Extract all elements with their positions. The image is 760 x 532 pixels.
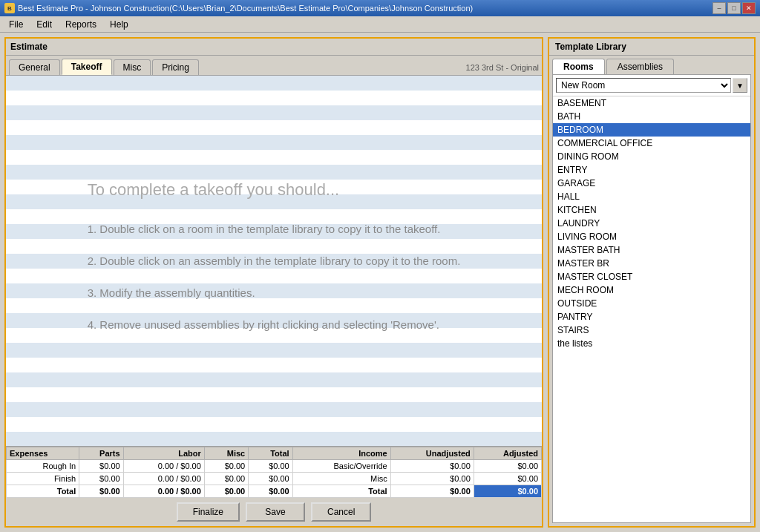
save-button[interactable]: Save (246, 502, 305, 522)
room-item[interactable]: STAIRS (553, 324, 750, 337)
finish-misc: $0.00 (204, 473, 248, 485)
new-room-select[interactable]: New Room (556, 78, 731, 93)
title-bar-left: B Best Estimate Pro - Johnson Constructi… (4, 3, 473, 13)
finish-label: Finish (7, 473, 79, 485)
row-finish: Finish $0.00 0.00 / $0.00 $0.00 $0.00 Mi… (7, 473, 542, 485)
title-bar: B Best Estimate Pro - Johnson Constructi… (0, 0, 760, 16)
close-button[interactable]: ✕ (742, 2, 756, 14)
rough-in-income-label: Basic/Override (292, 460, 390, 473)
total-label: Total (7, 485, 79, 498)
room-item[interactable]: BASEMENT (553, 96, 750, 110)
finish-parts: $0.00 (79, 473, 123, 485)
room-item[interactable]: GARAGE (553, 177, 750, 190)
rough-in-total: $0.00 (249, 460, 292, 473)
menu-help[interactable]: Help (104, 18, 134, 31)
room-item[interactable]: DINING ROOM (553, 150, 750, 163)
room-item[interactable]: HALL (553, 190, 750, 203)
address-label: 123 3rd St - Original (466, 63, 539, 75)
rough-in-unadjusted: $0.00 (390, 460, 474, 473)
new-room-bar: New Room ▼ (553, 75, 750, 96)
room-item[interactable]: COMMERCIAL OFFICE (553, 137, 750, 150)
title-bar-controls[interactable]: – □ ✕ (712, 2, 756, 14)
instruction-step-4: 4. Remove unused assemblies by right cli… (88, 315, 461, 335)
tab-rooms[interactable]: Rooms (552, 59, 605, 74)
summary-table: Expenses Parts Labor Misc Total Income U… (6, 447, 542, 498)
finish-total: $0.00 (249, 473, 292, 485)
tab-general[interactable]: General (9, 59, 60, 75)
col-unadjusted: Unadjusted (390, 447, 474, 460)
main-area: Estimate General Takeoff Misc Pricing 12… (0, 33, 760, 532)
col-income: Income (292, 447, 390, 460)
template-tabs: Rooms Assemblies (549, 56, 754, 74)
instructions-box: To complete a takeoff you should... 1. D… (73, 160, 476, 362)
room-item[interactable]: BATH (553, 110, 750, 123)
finalize-button[interactable]: Finalize (177, 502, 240, 522)
template-library-header: Template Library (549, 39, 754, 56)
room-item[interactable]: KITCHEN (553, 203, 750, 217)
instructions-title: To complete a takeoff you should... (88, 175, 461, 205)
col-expenses: Expenses (7, 447, 79, 460)
room-item[interactable]: BEDROOM (553, 123, 750, 137)
menu-bar: File Edit Reports Help (0, 16, 760, 33)
estimate-header: Estimate (6, 39, 542, 56)
col-adjusted: Adjusted (474, 447, 541, 460)
minimize-button[interactable]: – (712, 2, 726, 14)
tabs-bar: General Takeoff Misc Pricing 123 3rd St … (6, 56, 542, 76)
rough-in-parts: $0.00 (79, 460, 123, 473)
striped-area: To complete a takeoff you should... 1. D… (6, 76, 542, 446)
room-item[interactable]: PANTRY (553, 310, 750, 324)
room-item[interactable]: LAUNDRY (553, 217, 750, 230)
room-item[interactable]: LIVING ROOM (553, 230, 750, 243)
finish-labor: 0.00 / $0.00 (123, 473, 204, 485)
title-bar-text: Best Estimate Pro - Johnson Construction… (18, 4, 473, 13)
summary-table-wrap: Expenses Parts Labor Misc Total Income U… (6, 446, 542, 498)
rough-in-labor: 0.00 / $0.00 (123, 460, 204, 473)
row-rough-in: Rough In $0.00 0.00 / $0.00 $0.00 $0.00 … (7, 460, 542, 473)
cancel-button[interactable]: Cancel (311, 502, 371, 522)
room-item[interactable]: MASTER BATH (553, 243, 750, 257)
room-item[interactable]: MASTER CLOSET (553, 270, 750, 283)
col-parts: Parts (79, 447, 123, 460)
total-misc: $0.00 (204, 485, 248, 498)
finish-unadjusted: $0.00 (390, 473, 474, 485)
menu-file[interactable]: File (3, 18, 29, 31)
finish-adjusted: $0.00 (474, 473, 541, 485)
total-parts: $0.00 (79, 485, 123, 498)
total-labor: 0.00 / $0.00 (123, 485, 204, 498)
tab-takeoff[interactable]: Takeoff (62, 59, 112, 75)
rough-in-label: Rough In (7, 460, 79, 473)
room-item[interactable]: OUTSIDE (553, 297, 750, 310)
summary-header-row: Expenses Parts Labor Misc Total Income U… (7, 447, 542, 460)
tab-assemblies[interactable]: Assemblies (606, 59, 674, 74)
tab-misc[interactable]: Misc (114, 59, 151, 75)
finish-income-label: Misc (292, 473, 390, 485)
instruction-step-2: 2. Double click on an assembly in the te… (88, 251, 461, 271)
instruction-step-1: 1. Double click on a room in the templat… (88, 219, 461, 239)
menu-edit[interactable]: Edit (30, 18, 58, 31)
rough-in-adjusted: $0.00 (474, 460, 541, 473)
estimate-panel: Estimate General Takeoff Misc Pricing 12… (4, 37, 543, 528)
total-unadjusted: $0.00 (390, 485, 474, 498)
room-item[interactable]: MECH ROOM (553, 283, 750, 297)
total-adjusted: $0.00 (474, 485, 541, 498)
template-body: New Room ▼ BASEMENTBATHBEDROOMCOMMERCIAL… (552, 74, 751, 523)
total-total: $0.00 (249, 485, 292, 498)
row-total: Total $0.00 0.00 / $0.00 $0.00 $0.00 Tot… (7, 485, 542, 498)
tab-pricing[interactable]: Pricing (152, 59, 199, 75)
template-library-panel: Template Library Rooms Assemblies New Ro… (548, 37, 756, 528)
restore-button[interactable]: □ (727, 2, 741, 14)
col-total: Total (249, 447, 292, 460)
room-item[interactable]: ENTRY (553, 163, 750, 177)
new-room-dropdown-btn[interactable]: ▼ (733, 78, 747, 93)
col-misc: Misc (204, 447, 248, 460)
room-item[interactable]: MASTER BR (553, 257, 750, 270)
room-list: BASEMENTBATHBEDROOMCOMMERCIAL OFFICEDINI… (553, 96, 750, 522)
rough-in-misc: $0.00 (204, 460, 248, 473)
total-income-label: Total (292, 485, 390, 498)
instruction-step-3: 3. Modify the assembly quantities. (88, 283, 461, 303)
takeoff-content: To complete a takeoff you should... 1. D… (6, 76, 542, 446)
app-icon: B (4, 3, 15, 13)
menu-reports[interactable]: Reports (59, 18, 102, 31)
room-item[interactable]: the listes (553, 337, 750, 350)
footer-buttons: Finalize Save Cancel (6, 498, 542, 526)
